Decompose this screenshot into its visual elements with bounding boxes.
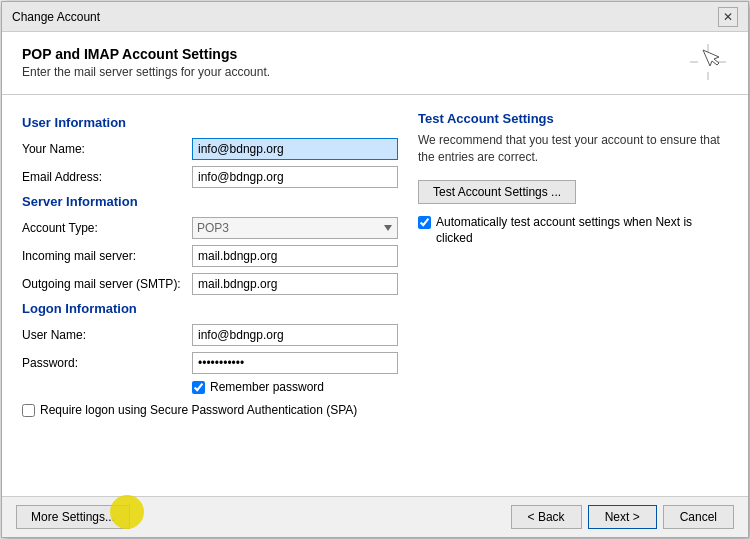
- nav-buttons: < Back Next > Cancel: [511, 505, 734, 529]
- spa-label: Require logon using Secure Password Auth…: [40, 402, 357, 419]
- title-bar: Change Account ✕: [2, 2, 748, 32]
- test-settings-title: Test Account Settings: [418, 111, 728, 126]
- logon-title: Logon Information: [22, 301, 398, 316]
- outgoing-server-input[interactable]: [192, 273, 398, 295]
- header-subtitle: Enter the mail server settings for your …: [22, 65, 270, 79]
- header-section: POP and IMAP Account Settings Enter the …: [2, 32, 748, 95]
- email-label: Email Address:: [22, 170, 192, 184]
- cursor-icon: [688, 42, 728, 82]
- spa-row: Require logon using Secure Password Auth…: [22, 402, 398, 419]
- left-panel: User Information Your Name: Email Addres…: [22, 111, 398, 486]
- your-name-row: Your Name:: [22, 138, 398, 160]
- dialog: Change Account ✕ POP and IMAP Account Se…: [1, 1, 749, 538]
- incoming-server-input[interactable]: [192, 245, 398, 267]
- your-name-input[interactable]: [192, 138, 398, 160]
- auto-test-label: Automatically test account settings when…: [436, 214, 728, 248]
- password-row: Password:: [22, 352, 398, 374]
- close-button[interactable]: ✕: [718, 7, 738, 27]
- dialog-title: Change Account: [12, 10, 100, 24]
- incoming-server-label: Incoming mail server:: [22, 249, 192, 263]
- remember-row: Remember password: [192, 380, 398, 394]
- content-area: User Information Your Name: Email Addres…: [2, 95, 748, 496]
- outgoing-server-row: Outgoing mail server (SMTP):: [22, 273, 398, 295]
- server-info-title: Server Information: [22, 194, 398, 209]
- cancel-button[interactable]: Cancel: [663, 505, 734, 529]
- email-input[interactable]: [192, 166, 398, 188]
- back-button[interactable]: < Back: [511, 505, 582, 529]
- test-settings-description: We recommend that you test your account …: [418, 132, 728, 166]
- password-input[interactable]: [192, 352, 398, 374]
- username-label: User Name:: [22, 328, 192, 342]
- incoming-server-row: Incoming mail server:: [22, 245, 398, 267]
- remember-label: Remember password: [210, 380, 324, 394]
- remember-checkbox[interactable]: [192, 381, 205, 394]
- user-info-title: User Information: [22, 115, 398, 130]
- email-row: Email Address:: [22, 166, 398, 188]
- header-title: POP and IMAP Account Settings: [22, 46, 270, 62]
- auto-test-row: Automatically test account settings when…: [418, 214, 728, 248]
- username-row: User Name:: [22, 324, 398, 346]
- your-name-label: Your Name:: [22, 142, 192, 156]
- account-type-select[interactable]: POP3 IMAP: [192, 217, 398, 239]
- right-panel: Test Account Settings We recommend that …: [418, 111, 728, 486]
- more-settings-button[interactable]: More Settings...: [16, 505, 130, 529]
- test-account-settings-button[interactable]: Test Account Settings ...: [418, 180, 576, 204]
- account-type-row: Account Type: POP3 IMAP: [22, 217, 398, 239]
- username-input[interactable]: [192, 324, 398, 346]
- auto-test-checkbox[interactable]: [418, 216, 431, 229]
- outgoing-server-label: Outgoing mail server (SMTP):: [22, 277, 192, 291]
- account-type-label: Account Type:: [22, 221, 192, 235]
- next-button[interactable]: Next >: [588, 505, 657, 529]
- password-label: Password:: [22, 356, 192, 370]
- bottom-bar: More Settings... < Back Next > Cancel: [2, 496, 748, 537]
- spa-checkbox[interactable]: [22, 404, 35, 417]
